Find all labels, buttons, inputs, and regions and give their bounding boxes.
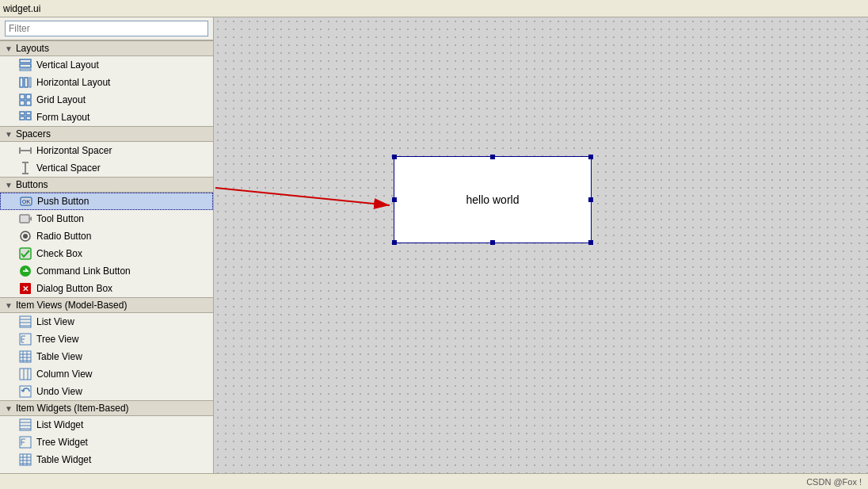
sidebar: ▼ Layouts Vertical Layout Horizontal Lay… <box>0 17 214 473</box>
tool-button-icon <box>19 212 32 225</box>
filter-input[interactable] <box>5 21 208 36</box>
svg-rect-2 <box>20 69 31 71</box>
svg-rect-6 <box>20 94 25 99</box>
sidebar-item-push-button[interactable]: OK Push Button <box>0 193 213 210</box>
category-item-views-label: Item Views (Model-Based) <box>16 300 128 311</box>
handle-top-center[interactable] <box>490 155 495 159</box>
hello-world-widget[interactable]: hello world <box>394 156 592 243</box>
svg-rect-11 <box>26 112 31 115</box>
top-bar: widget.ui <box>0 0 868 17</box>
sidebar-item-check-box[interactable]: Check Box <box>0 245 213 262</box>
tool-button-label: Tool Button <box>36 213 84 224</box>
sidebar-list: ▼ Layouts Vertical Layout Horizontal Lay… <box>0 40 213 473</box>
sidebar-item-horizontal-layout[interactable]: Horizontal Layout <box>0 74 213 91</box>
sidebar-item-column-view[interactable]: Column View <box>0 365 213 383</box>
sidebar-item-table-view[interactable]: Table View <box>0 348 213 365</box>
sidebar-item-form-layout[interactable]: Form Layout <box>0 109 213 126</box>
status-text: CSDN @Fox ! <box>806 477 862 487</box>
grid-layout-label: Grid Layout <box>36 94 86 105</box>
sidebar-item-dialog-button-box[interactable]: ✕ Dialog Button Box <box>0 280 213 297</box>
vertical-spacer-icon <box>19 162 32 174</box>
sidebar-item-tree-widget[interactable]: Tree Widget <box>0 434 213 451</box>
form-layout-icon <box>19 111 32 124</box>
category-item-views[interactable]: ▼ Item Views (Model-Based) <box>0 297 213 313</box>
collapse-arrow-item-views: ▼ <box>5 301 13 310</box>
handle-bot-left[interactable] <box>392 240 397 245</box>
sidebar-item-command-link-button[interactable]: Command Link Button <box>0 262 213 280</box>
grid-layout-icon <box>19 94 32 106</box>
svg-rect-4 <box>25 78 28 87</box>
sidebar-item-table-widget[interactable]: Table Widget <box>0 451 213 468</box>
horizontal-layout-icon <box>19 76 32 89</box>
tree-widget-icon <box>19 436 32 449</box>
main-container: ▼ Layouts Vertical Layout Horizontal Lay… <box>0 17 868 473</box>
undo-view-icon <box>19 385 32 398</box>
handle-mid-right[interactable] <box>588 197 593 202</box>
table-widget-icon <box>19 453 32 466</box>
tree-view-label: Tree View <box>36 334 78 345</box>
table-view-label: Table View <box>36 351 82 362</box>
list-widget-label: List Widget <box>36 419 83 430</box>
vertical-layout-label: Vertical Layout <box>36 59 99 71</box>
svg-rect-3 <box>20 78 23 87</box>
svg-rect-8 <box>20 101 25 105</box>
handle-bot-center[interactable] <box>490 240 495 245</box>
table-widget-label: Table Widget <box>36 454 91 465</box>
dialog-button-box-label: Dialog Button Box <box>36 283 112 294</box>
vertical-layout-icon <box>19 59 32 71</box>
sidebar-item-list-widget[interactable]: List Widget <box>0 416 213 434</box>
svg-rect-12 <box>20 117 25 120</box>
handle-mid-left[interactable] <box>392 197 397 202</box>
svg-rect-7 <box>26 94 31 99</box>
category-spacers[interactable]: ▼ Spacers <box>0 126 213 142</box>
svg-rect-22 <box>20 215 29 223</box>
sidebar-item-vertical-spacer[interactable]: Vertical Spacer <box>0 159 213 177</box>
status-bar: CSDN @Fox ! <box>0 473 868 489</box>
arrow-svg <box>214 17 868 473</box>
tree-view-icon <box>19 333 32 346</box>
list-view-label: List View <box>36 316 74 327</box>
horizontal-spacer-icon <box>19 144 32 157</box>
svg-line-65 <box>215 188 390 205</box>
filter-row <box>0 17 213 40</box>
svg-rect-1 <box>20 64 31 67</box>
table-view-icon <box>19 350 32 363</box>
top-bar-title: widget.ui <box>3 3 40 14</box>
sidebar-item-list-view[interactable]: List View <box>0 313 213 330</box>
category-layouts-label: Layouts <box>16 43 49 54</box>
svg-rect-5 <box>29 78 31 87</box>
svg-rect-9 <box>26 101 31 105</box>
collapse-arrow-spacers: ▼ <box>5 130 13 139</box>
command-link-button-label: Command Link Button <box>36 266 131 277</box>
sidebar-item-undo-view[interactable]: Undo View <box>0 383 213 400</box>
handle-top-left[interactable] <box>392 155 397 159</box>
list-widget-icon <box>19 418 32 431</box>
svg-point-25 <box>23 234 28 239</box>
category-item-widgets-label: Item Widgets (Item-Based) <box>16 403 129 414</box>
svg-text:✕: ✕ <box>22 285 29 293</box>
category-layouts[interactable]: ▼ Layouts <box>0 40 213 56</box>
tree-widget-label: Tree Widget <box>36 437 88 448</box>
column-view-icon <box>19 368 32 380</box>
category-item-widgets[interactable]: ▼ Item Widgets (Item-Based) <box>0 400 213 416</box>
sidebar-item-vertical-layout[interactable]: Vertical Layout <box>0 56 213 74</box>
canvas-area[interactable]: hello world <box>214 17 868 473</box>
radio-button-label: Radio Button <box>36 231 91 242</box>
vertical-spacer-label: Vertical Spacer <box>36 162 101 174</box>
handle-top-right[interactable] <box>588 155 593 159</box>
sidebar-item-tool-button[interactable]: Tool Button <box>0 210 213 227</box>
collapse-arrow-buttons: ▼ <box>5 181 13 189</box>
checkbox-icon <box>19 247 32 260</box>
sidebar-item-radio-button[interactable]: Radio Button <box>0 227 213 245</box>
handle-bot-right[interactable] <box>588 240 593 245</box>
hello-world-text: hello world <box>466 193 520 206</box>
sidebar-item-grid-layout[interactable]: Grid Layout <box>0 91 213 109</box>
svg-rect-13 <box>26 117 31 120</box>
category-spacers-label: Spacers <box>16 128 51 139</box>
sidebar-item-tree-view[interactable]: Tree View <box>0 330 213 348</box>
list-view-icon <box>19 315 32 328</box>
column-view-label: Column View <box>36 369 92 380</box>
undo-view-label: Undo View <box>36 386 82 397</box>
category-buttons[interactable]: ▼ Buttons <box>0 177 213 193</box>
sidebar-item-horizontal-spacer[interactable]: Horizontal Spacer <box>0 142 213 159</box>
